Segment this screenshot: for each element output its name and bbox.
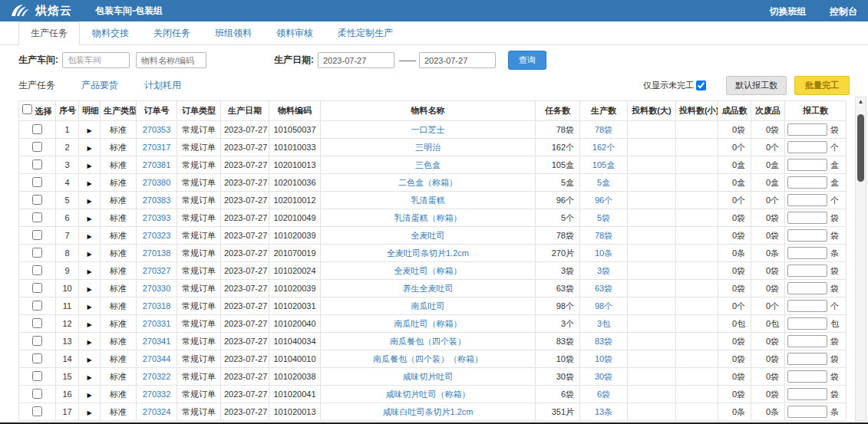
order-number-link[interactable]: 270383	[143, 196, 171, 205]
only-unfinished-checkbox[interactable]	[696, 81, 706, 90]
row-checkbox[interactable]	[32, 336, 42, 346]
report-qty-input[interactable]	[787, 370, 827, 383]
report-qty-input[interactable]	[787, 247, 827, 259]
main-tab[interactable]: 物料交接	[80, 21, 141, 45]
row-checkbox[interactable]	[32, 318, 42, 328]
material-name-link[interactable]: 乳清蛋糕	[411, 196, 445, 205]
report-qty-input[interactable]	[787, 123, 827, 136]
report-qty-input[interactable]	[787, 317, 827, 330]
row-checkbox[interactable]	[32, 142, 42, 152]
expand-arrow-icon[interactable]: ▶	[87, 374, 91, 381]
expand-arrow-icon[interactable]: ▶	[87, 286, 91, 293]
expand-arrow-icon[interactable]: ▶	[87, 233, 91, 240]
order-number-link[interactable]: 270341	[143, 337, 171, 346]
row-checkbox[interactable]	[32, 406, 42, 416]
expand-arrow-icon[interactable]: ▶	[87, 251, 91, 258]
report-qty-input[interactable]	[787, 265, 827, 277]
produced-qty-link[interactable]: 10袋	[595, 354, 612, 363]
default-report-qty-button[interactable]: 默认报工数	[726, 76, 787, 95]
row-checkbox[interactable]	[32, 389, 42, 399]
order-number-link[interactable]: 270327	[143, 266, 171, 275]
expand-arrow-icon[interactable]: ▶	[87, 127, 91, 134]
material-name-link[interactable]: 南瓜吐司	[411, 301, 445, 311]
produced-qty-link[interactable]: 10条	[595, 248, 612, 258]
order-number-link[interactable]: 270322	[143, 372, 171, 381]
batch-complete-button[interactable]: 批量完工	[794, 76, 850, 95]
produced-qty-link[interactable]: 83袋	[595, 337, 612, 346]
report-qty-input[interactable]	[787, 159, 827, 171]
material-name-link[interactable]: 一口芝士	[411, 125, 445, 134]
vertical-scrollbar[interactable]: ▲	[855, 97, 866, 421]
material-name-link[interactable]: 咸味切片吐司	[403, 372, 454, 381]
produced-qty-link[interactable]: 5袋	[597, 213, 610, 222]
order-number-link[interactable]: 270380	[143, 178, 171, 187]
material-name-link[interactable]: 养生全麦吐司	[403, 284, 454, 293]
row-checkbox[interactable]	[32, 265, 42, 275]
report-qty-input[interactable]	[787, 300, 827, 312]
order-number-link[interactable]: 270323	[143, 231, 171, 240]
material-name-link[interactable]: 咸味切片吐司（称箱）	[386, 389, 470, 399]
sub-tab[interactable]: 生产任务	[18, 79, 55, 92]
order-number-link[interactable]: 270330	[143, 284, 171, 293]
report-qty-input[interactable]	[787, 141, 827, 153]
material-name-link[interactable]: 全麦吐司条切片1.2cm	[387, 248, 469, 258]
select-all-checkbox[interactable]	[22, 104, 32, 114]
material-name-link[interactable]: 全麦吐司（称箱）	[394, 266, 462, 275]
material-name-link[interactable]: 南瓜餐包（四个装）（称箱）	[373, 354, 483, 363]
report-qty-input[interactable]	[787, 194, 827, 206]
row-checkbox[interactable]	[32, 353, 42, 363]
expand-arrow-icon[interactable]: ▶	[87, 339, 91, 346]
row-checkbox[interactable]	[32, 195, 42, 205]
order-number-link[interactable]: 270344	[143, 354, 171, 363]
report-qty-input[interactable]	[787, 229, 827, 242]
report-qty-input[interactable]	[787, 388, 827, 400]
order-number-link[interactable]: 270317	[143, 143, 171, 152]
order-number-link[interactable]: 270332	[143, 389, 171, 399]
main-tab[interactable]: 班组领料	[203, 21, 264, 45]
produced-qty-link[interactable]: 63袋	[595, 284, 612, 293]
date-start-input[interactable]	[318, 52, 394, 68]
material-name-link[interactable]: 三色盒	[415, 160, 441, 169]
report-qty-input[interactable]	[787, 406, 827, 418]
row-checkbox[interactable]	[32, 301, 42, 311]
order-number-link[interactable]: 270318	[143, 301, 171, 311]
sub-tab[interactable]: 产品要货	[81, 79, 118, 92]
workshop-input[interactable]	[62, 52, 130, 68]
expand-arrow-icon[interactable]: ▶	[87, 392, 91, 399]
order-number-link[interactable]: 270381	[143, 160, 171, 169]
expand-arrow-icon[interactable]: ▶	[87, 304, 91, 311]
main-tab[interactable]: 生产任务	[18, 21, 80, 45]
order-number-link[interactable]: 270138	[143, 248, 171, 258]
scrollbar-thumb[interactable]	[857, 114, 864, 182]
expand-arrow-icon[interactable]: ▶	[87, 409, 91, 416]
produced-qty-link[interactable]: 5盒	[597, 178, 610, 187]
row-checkbox[interactable]	[32, 248, 42, 258]
main-tab[interactable]: 关闭任务	[141, 21, 203, 45]
row-checkbox[interactable]	[32, 124, 42, 134]
report-qty-input[interactable]	[787, 335, 827, 347]
material-name-link[interactable]: 咸味白吐司条切片1.2cm	[383, 407, 474, 416]
expand-arrow-icon[interactable]: ▶	[87, 163, 91, 169]
produced-qty-link[interactable]: 162个	[592, 143, 615, 152]
produced-qty-link[interactable]: 96个	[595, 196, 612, 205]
report-qty-input[interactable]	[787, 353, 827, 365]
expand-arrow-icon[interactable]: ▶	[87, 268, 91, 275]
switch-team-link[interactable]: 切换班组	[770, 6, 807, 17]
main-tab[interactable]: 领料审核	[264, 21, 325, 45]
expand-arrow-icon[interactable]: ▶	[87, 180, 91, 187]
expand-arrow-icon[interactable]: ▶	[87, 357, 91, 363]
produced-qty-link[interactable]: 30袋	[595, 372, 612, 381]
material-name-link[interactable]: 三明治	[415, 143, 441, 152]
date-end-input[interactable]	[419, 52, 496, 68]
produced-qty-link[interactable]: 78袋	[595, 231, 612, 240]
order-number-link[interactable]: 270331	[143, 319, 171, 328]
order-number-link[interactable]: 270324	[143, 407, 171, 416]
produced-qty-link[interactable]: 78袋	[595, 125, 612, 134]
report-qty-input[interactable]	[787, 212, 827, 224]
material-name-link[interactable]: 南瓜餐包（四个装）	[390, 337, 466, 346]
order-number-link[interactable]: 270353	[143, 125, 171, 134]
search-button[interactable]: 查询	[508, 51, 546, 70]
console-link[interactable]: 控制台	[830, 6, 857, 17]
produced-qty-link[interactable]: 3袋	[597, 266, 610, 275]
material-name-link[interactable]: 全麦吐司	[411, 231, 445, 240]
